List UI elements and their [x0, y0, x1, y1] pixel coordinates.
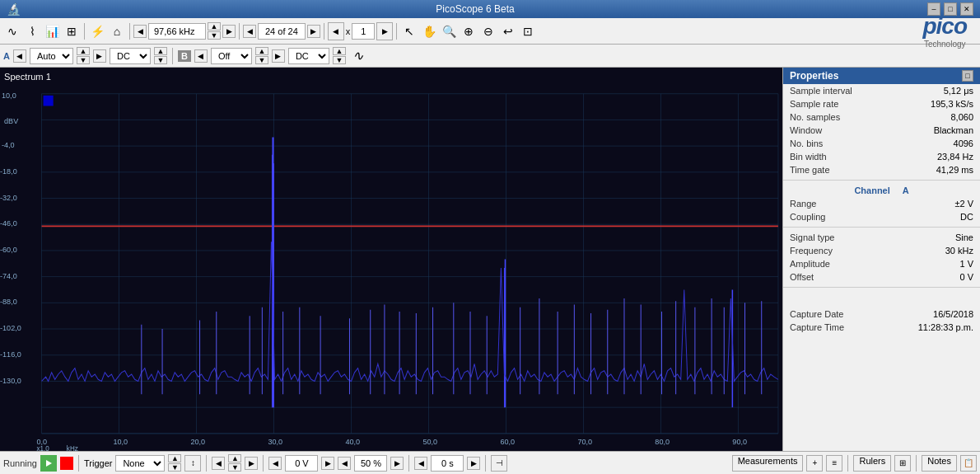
svg-text:10,0: 10,0: [113, 437, 128, 445]
freq-down[interactable]: ▼: [208, 31, 221, 40]
nav-left[interactable]: ◀: [328, 22, 344, 40]
time-prev[interactable]: ◀: [414, 457, 427, 470]
frequency-display: 97,66 kHz: [148, 23, 206, 40]
trigger-up[interactable]: ▲: [168, 454, 181, 462]
ch-a-range-down[interactable]: ▼: [77, 56, 90, 64]
pico-logo: pico Technology: [912, 10, 977, 52]
capture-display: 24 of 24: [258, 23, 306, 40]
ch-b-coup-down[interactable]: ▼: [333, 56, 346, 64]
multiply-input[interactable]: [352, 23, 375, 40]
ch-a-next[interactable]: ▶: [93, 49, 106, 63]
prop-sample-interval: Sample interval 5,12 μs: [783, 84, 980, 97]
freq-up[interactable]: ▲: [208, 22, 221, 31]
prop-coupling: Coupling DC: [783, 210, 980, 223]
status-bar: Running Trigger None ▲ ▼ ↕ ◀ ▲ ▼ ▶ ◀ 0 V…: [0, 451, 980, 474]
measurements-add-icon[interactable]: +: [806, 455, 823, 472]
ch-a-coup-up[interactable]: ▲: [154, 47, 167, 55]
measurements-button[interactable]: Measurements: [732, 455, 804, 472]
ch-a-range-up[interactable]: ▲: [77, 47, 90, 55]
properties-table: Sample interval 5,12 μs Sample rate 195,…: [783, 84, 980, 176]
capture-control: ◀ 24 of 24 ▶: [243, 23, 320, 40]
multiply-label: x: [346, 26, 351, 36]
capture-next[interactable]: ▶: [307, 25, 320, 38]
icon-digital[interactable]: ⊞: [63, 22, 81, 40]
ch-a-coup-down[interactable]: ▼: [154, 56, 167, 64]
window-title: PicoScope 6 Beta: [23, 3, 927, 15]
icon-sine[interactable]: ∿: [3, 22, 21, 40]
svg-text:-116,0: -116,0: [0, 350, 21, 359]
ch-a-prev[interactable]: ◀: [13, 49, 26, 63]
pct-next[interactable]: ▶: [390, 457, 404, 470]
svg-text:20,0: 20,0: [190, 437, 205, 445]
ch-b-coupling[interactable]: DC: [288, 48, 329, 64]
pct-display: 50 %: [354, 455, 387, 472]
ch-b-prev[interactable]: ◀: [194, 49, 208, 63]
trigger-down[interactable]: ▼: [168, 463, 181, 472]
logo-text: pico: [922, 13, 967, 40]
svg-text:-60,0: -60,0: [0, 246, 17, 254]
sep-ch: [172, 48, 173, 64]
freq-next[interactable]: ▶: [222, 25, 236, 38]
nav-right[interactable]: ▶: [376, 22, 393, 40]
freq-prev[interactable]: ◀: [133, 25, 147, 38]
icon-trigger[interactable]: ⚡: [88, 22, 106, 40]
rulers-icon[interactable]: ⊞: [894, 455, 911, 472]
prop-time-gate: Time gate 41,29 ms: [783, 163, 980, 176]
props-divider-2: [783, 227, 980, 228]
icon-bar[interactable]: 📊: [43, 22, 61, 40]
measurements-del-icon[interactable]: ≡: [826, 455, 842, 472]
notes-icon[interactable]: 📋: [960, 455, 977, 472]
ch-a-status-down[interactable]: ▼: [228, 463, 241, 472]
ch-b-state-up[interactable]: ▲: [255, 47, 268, 55]
run-button[interactable]: [40, 455, 57, 472]
ch-b-next[interactable]: ▶: [272, 49, 285, 63]
properties-panel: Properties □ Sample interval 5,12 μs Sam…: [782, 68, 980, 451]
undo-icon[interactable]: ↩: [499, 22, 517, 40]
zoom-out-icon[interactable]: ⊖: [479, 22, 497, 40]
properties-title: Properties: [790, 70, 838, 82]
status-sep5: [485, 455, 486, 472]
zoom-in2-icon[interactable]: ⊕: [460, 22, 478, 40]
status-sep3: [263, 455, 264, 472]
ch-a-range[interactable]: Auto: [30, 48, 73, 64]
stop-button[interactable]: [60, 457, 73, 470]
ch-a-status-next[interactable]: ▶: [245, 457, 258, 470]
fit-icon[interactable]: ⊡: [519, 22, 537, 40]
channel-section-header: Channel A: [783, 184, 980, 197]
icon-home[interactable]: ⌂: [108, 22, 126, 40]
ch-a-status-prev[interactable]: ◀: [212, 457, 225, 470]
ch-a-status-up[interactable]: ▲: [228, 454, 241, 462]
zoom-in-icon[interactable]: 🔍: [440, 22, 458, 40]
trigger-select[interactable]: None: [115, 455, 165, 472]
prop-sample-rate: Sample rate 195,3 kS/s: [783, 97, 980, 110]
icon-fft[interactable]: ⌇: [23, 22, 41, 40]
cursor-icon[interactable]: ↖: [400, 22, 418, 40]
main-area: Spectrum 1 10,0 dBV -4,0 -18,0 -32,0 -46…: [0, 68, 980, 451]
ch-b-coup-up[interactable]: ▲: [333, 47, 346, 55]
svg-text:x1,0: x1,0: [36, 445, 49, 451]
notes-button[interactable]: Notes: [922, 455, 957, 472]
ch-a-coupling[interactable]: DC: [110, 48, 151, 64]
volt-prev[interactable]: ◀: [268, 457, 282, 470]
status-sep7: [916, 455, 917, 472]
trigger-pos-icon[interactable]: ⊣: [491, 455, 507, 472]
ch-b-state-down[interactable]: ▼: [255, 56, 268, 64]
properties-close[interactable]: □: [962, 70, 973, 82]
math-icon[interactable]: ∿: [349, 47, 367, 65]
capture-prev[interactable]: ◀: [243, 25, 256, 38]
ch-b-state[interactable]: Off: [211, 48, 252, 64]
prop-bin-width: Bin width 23,84 Hz: [783, 150, 980, 163]
time-next[interactable]: ▶: [467, 457, 480, 470]
svg-text:40,0: 40,0: [345, 437, 360, 445]
volt-next[interactable]: ▶: [321, 457, 334, 470]
spectrum-chart[interactable]: Spectrum 1 10,0 dBV -4,0 -18,0 -32,0 -46…: [0, 68, 782, 451]
pct-prev[interactable]: ◀: [338, 457, 351, 470]
prop-capture-time: Capture Time 11:28:33 p.m.: [783, 321, 980, 334]
trigger-icon[interactable]: ↕: [184, 455, 201, 472]
sep2: [129, 23, 130, 40]
rulers-button[interactable]: Rulers: [853, 455, 891, 472]
sep1: [84, 23, 85, 40]
status-sep1: [78, 455, 79, 472]
hand-icon[interactable]: ✋: [420, 22, 438, 40]
svg-text:-32,0: -32,0: [0, 193, 17, 201]
